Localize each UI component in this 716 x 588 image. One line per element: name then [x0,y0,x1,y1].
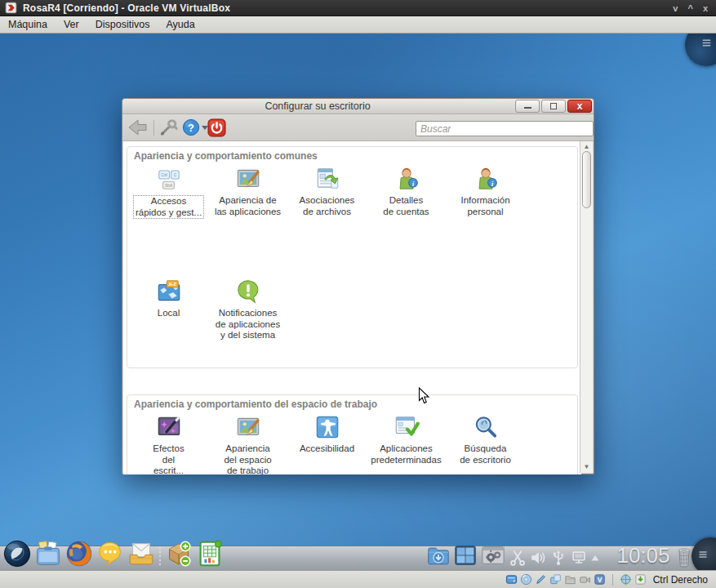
account-details-icon: i [393,165,420,193]
vbox-menubar: MáquinaVerDispositivosAyuda [0,16,716,33]
control-center-item[interactable]: Aplicaciones predeterminadas [367,413,446,474]
menu-maquina[interactable]: Máquina [8,19,47,30]
item-label: Apariencia de las aplicaciones [215,195,281,217]
statusbar-separator [612,574,613,586]
help-button[interactable]: ? [182,118,200,136]
menu-dispositivos[interactable]: Dispositivos [96,19,150,30]
control-center-item[interactable]: Efectos del escrit... [129,413,208,474]
shared-folders-status-icon[interactable] [564,573,576,586]
settings-window-title: Configurar su escritorio [122,100,513,112]
keyboard-capture-icon[interactable] [634,573,647,586]
system-settings-tray-icon[interactable] [480,543,506,568]
personal-information-icon: i [472,165,500,193]
notifications-icon [234,278,262,305]
svg-text:Ctrl: Ctrl [161,173,167,177]
svg-text:C: C [173,173,176,177]
control-center-item[interactable]: iDetalles de cuentas [367,165,446,219]
clipboard-scissors-icon[interactable] [509,549,527,567]
mail-icon[interactable] [126,538,157,569]
panel-toolbox-corner[interactable] [692,537,716,570]
settings-section: Apariencia y comportamiento comunesCtrlC… [127,146,578,368]
svg-text:A-Z: A-Z [168,282,176,287]
item-label: Accesibilidad [300,443,354,455]
vbox-statusbar: VCtrl Derecho [0,570,716,588]
control-center-item[interactable]: Apariencia del espacio de trabajo [208,413,287,474]
messenger-icon[interactable] [95,538,126,569]
application-appearance-icon [234,165,262,193]
settings-titlebar[interactable]: Configurar su escritorio x [122,99,594,114]
panel-toolbox-icon [700,37,713,49]
settings-toolbar: ? [122,114,594,141]
control-center-item[interactable]: A-ZLocal [129,278,208,341]
mouse-integration-icon[interactable] [620,573,632,586]
tray-expander-icon[interactable] [590,554,600,562]
guest-desktop: Configurar su escritorio x ? Apariencia … [0,33,716,570]
item-label: Apariencia del espacio de trabajo [224,443,271,474]
host-minimize-icon[interactable]: v [673,3,678,13]
control-center-item[interactable]: Búsqueda de escritorio [446,413,525,474]
pager-icon[interactable] [453,543,478,568]
file-associations-icon [314,165,341,193]
menu-ver[interactable]: Ver [64,19,79,30]
item-label: Búsqueda de escritorio [460,443,511,466]
audio-status-icon[interactable] [535,573,547,586]
control-center-item[interactable]: iInformación personal [446,165,525,219]
vbox-titlebar: RosaR4 [Corriendo] - Oracle VM VirtualBo… [0,0,716,16]
spreadsheet-icon[interactable] [194,538,225,569]
control-center-item[interactable]: Accesibilidad [287,413,367,474]
toolbar-separator [153,120,154,136]
svg-text:V: V [597,576,602,584]
network-tray-icon[interactable] [570,549,588,567]
items-row: CtrlCShiftAccesos rápidos y gest...Apari… [129,165,525,219]
help-icon: ? [182,118,200,136]
configure-button[interactable] [158,118,179,137]
items-row: Efectos del escrit...Apariencia del espa… [129,413,525,474]
firefox-icon[interactable] [64,538,95,569]
quit-button[interactable] [207,118,226,137]
power-icon [207,118,226,137]
clock[interactable]: 10:05 [611,543,676,568]
section-header: Apariencia y comportamiento del espacio … [134,399,377,410]
locale-icon: A-Z [155,278,183,305]
section-header: Apariencia y comportamiento comunes [134,150,318,162]
control-center-item[interactable]: Asociaciones de archivos [287,165,367,219]
back-arrow-icon [127,118,149,136]
host-maximize-icon[interactable]: ^ [687,3,692,13]
desktop-search-icon [472,413,500,441]
back-button[interactable] [127,118,149,136]
virtualbox-window: RosaR4 [Corriendo] - Oracle VM VirtualBo… [0,0,716,588]
scrollbar-thumb[interactable] [582,151,591,208]
maximize-button[interactable] [541,100,566,113]
optical-status-icon[interactable] [520,573,532,586]
taskbar: 10:05 [0,535,716,570]
control-center-item[interactable]: Apariencia de las aplicaciones [208,165,287,219]
desktop-toolbox-corner[interactable] [685,33,716,66]
settings-content: Apariencia y comportamiento comunesCtrlC… [123,141,581,474]
launcher-dock [2,538,225,569]
control-center-item[interactable]: CtrlCShiftAccesos rápidos y gest... [129,165,208,219]
scroll-down-arrow[interactable]: ▼ [580,462,593,472]
search-input[interactable] [416,121,594,136]
host-close-icon[interactable]: x [703,3,708,13]
svg-text:?: ? [188,122,194,134]
close-button[interactable]: x [567,100,592,113]
vertical-scrollbar[interactable]: ▲ ▼ [580,141,593,473]
default-applications-icon [393,413,420,441]
hdd-status-icon[interactable] [505,573,518,586]
item-label: Información personal [460,195,509,217]
package-manager-icon[interactable] [163,538,194,569]
usb-tray-icon[interactable] [549,549,567,567]
volume-icon[interactable] [529,549,547,567]
recording-status-icon[interactable] [579,573,591,586]
launcher-orb-icon[interactable] [2,538,33,569]
item-label: Detalles de cuentas [383,195,429,217]
downloads-folder-icon[interactable] [426,543,451,568]
accessibility-icon [314,413,341,441]
file-manager-icon[interactable] [33,538,64,569]
item-label: Local [158,308,180,319]
menu-ayuda[interactable]: Ayuda [166,19,194,30]
control-center-item[interactable]: Notificaciones de aplicaciones y del sis… [208,278,287,341]
network-status-icon[interactable] [549,573,562,586]
minimize-button[interactable] [515,100,540,113]
features-status-icon[interactable]: V [594,573,606,586]
